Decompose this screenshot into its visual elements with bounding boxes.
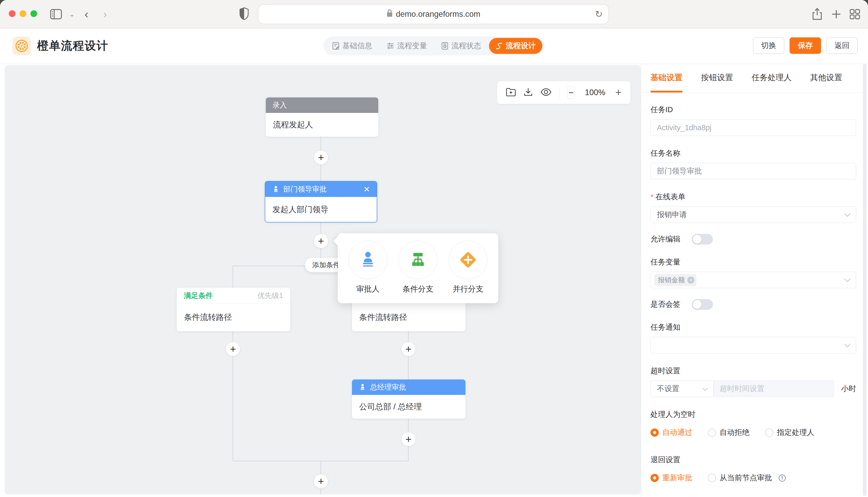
toolbar-divider — [559, 87, 560, 98]
task-variable-select[interactable]: 报销金额 ✕ — [650, 272, 856, 288]
allow-edit-toggle[interactable] — [692, 234, 713, 245]
add-node-button[interactable]: + — [314, 150, 328, 165]
chevron-down-icon — [844, 211, 851, 219]
sidebar-icon[interactable] — [49, 7, 64, 22]
radio-auto-pass[interactable]: 自动通过 — [650, 427, 692, 438]
tab-overview-icon[interactable] — [848, 7, 862, 22]
node-dept-approval[interactable]: 部门领导审批 ✕ 发起人部门领导 — [265, 181, 377, 223]
empty-handler-label: 处理人为空时 — [650, 409, 856, 420]
save-button[interactable]: 保存 — [789, 38, 821, 54]
chevron-down-icon — [844, 276, 851, 284]
remove-tag-icon[interactable]: ✕ — [687, 276, 694, 284]
share-icon[interactable] — [810, 7, 825, 22]
tab-basic-settings[interactable]: 基础设置 — [650, 63, 683, 92]
popup-item-condition-branch[interactable]: 条件分支 — [399, 241, 437, 294]
forward-button[interactable]: › — [98, 7, 112, 22]
radio-dot — [765, 428, 773, 437]
parallel-branch-circle[interactable] — [449, 241, 487, 279]
privacy-shield-icon[interactable] — [239, 7, 249, 21]
condition-branch-icon — [409, 251, 427, 269]
preview-eye-icon[interactable] — [540, 88, 551, 97]
header-nav: 基础信息 流程变量 流程状态 流程设计 — [323, 36, 545, 55]
download-icon[interactable] — [524, 87, 533, 98]
radio-from-current-node[interactable]: 从当前节点审批! — [708, 473, 786, 483]
form-info-icon — [332, 42, 339, 50]
radio-dot — [708, 428, 716, 437]
zoom-window-button[interactable] — [30, 10, 37, 17]
panel-scrollbar[interactable] — [863, 64, 866, 496]
tab-task-assignee[interactable]: 任务处理人 — [752, 63, 791, 92]
flow-canvas[interactable]: 录入 流程发起人 + 部门领导审批 ✕ 发起人部门领导 + 添加条件 满足条件 — [5, 65, 641, 494]
tab-button-settings[interactable]: 按钮设置 — [701, 63, 733, 92]
new-tab-icon[interactable] — [829, 7, 844, 22]
variable-tag: 报销金额 ✕ — [655, 274, 697, 286]
add-node-button[interactable]: + — [314, 234, 328, 248]
node-gm-body: 公司总部 / 总经理 — [359, 401, 422, 412]
node-gm-approval[interactable]: 总经理审批 公司总部 / 总经理 — [352, 380, 466, 418]
task-id-label: 任务ID — [650, 105, 856, 115]
close-window-button[interactable] — [9, 10, 15, 17]
approver-option-circle[interactable] — [348, 241, 387, 279]
timeout-value-input[interactable]: 超时时间设置 — [714, 381, 834, 397]
priority-label: 优先级1 — [257, 291, 283, 301]
condition-met-label: 满足条件 — [184, 291, 213, 301]
panel-tabs: 基础设置 按钮设置 任务处理人 其他设置 — [641, 63, 868, 92]
popup-item-parallel-branch[interactable]: 并行分支 — [449, 241, 487, 294]
chevron-down-icon[interactable]: ⌄ — [69, 10, 75, 18]
radio-assign-handler[interactable]: 指定处理人 — [765, 427, 814, 438]
popup-item-approver[interactable]: 审批人 — [348, 241, 387, 294]
tab-other-settings[interactable]: 其他设置 — [810, 63, 842, 92]
app-header: 橙单流程设计 基础信息 流程变量 流程状态 流程设计 切换 保存 返回 — [0, 28, 868, 63]
condition-branch-circle[interactable] — [399, 241, 437, 279]
back-button-app[interactable]: 返回 — [826, 38, 858, 54]
add-node-button[interactable]: + — [226, 342, 240, 356]
reload-icon[interactable]: ↻ — [595, 9, 603, 19]
zoom-out-button[interactable]: − — [567, 86, 575, 99]
allow-edit-row: 允许编辑 — [650, 234, 856, 245]
tab-basic-info[interactable]: 基础信息 — [326, 38, 379, 54]
online-form-select[interactable]: 报销申请 — [650, 207, 856, 223]
task-notify-select[interactable] — [650, 337, 856, 353]
page-title: 橙单流程设计 — [37, 28, 108, 63]
approver-icon — [272, 185, 280, 193]
required-asterisk: * — [650, 193, 653, 201]
tab-process-design[interactable]: 流程设计 — [489, 38, 542, 54]
toggle-knob — [693, 300, 702, 309]
add-node-button[interactable]: + — [314, 474, 328, 488]
countersign-row: 是否会签 — [650, 299, 856, 310]
zoom-in-button[interactable]: + — [615, 86, 622, 99]
switch-button[interactable]: 切换 — [753, 38, 784, 54]
countersign-label: 是否会签 — [650, 299, 680, 310]
lock-icon — [387, 9, 393, 19]
popup-item-label: 审批人 — [356, 284, 380, 294]
back-button[interactable]: ‹ — [79, 7, 94, 22]
add-node-button[interactable]: + — [401, 342, 416, 356]
approver-icon — [359, 383, 367, 391]
radio-auto-reject[interactable]: 自动拒绝 — [708, 427, 749, 438]
tab-process-status[interactable]: 流程状态 — [435, 38, 488, 54]
timeout-mode-select[interactable]: 不设置 — [650, 381, 714, 397]
task-notify-label: 任务通知 — [650, 322, 856, 332]
allow-edit-label: 允许编辑 — [650, 234, 680, 244]
approver-stamp-icon — [359, 251, 377, 269]
timeout-label: 超时设置 — [650, 366, 856, 376]
task-name-label: 任务名称 — [650, 148, 856, 158]
open-file-icon[interactable] — [506, 88, 516, 97]
minimize-window-button[interactable] — [19, 10, 26, 17]
connector-line — [233, 266, 233, 288]
countersign-toggle[interactable] — [692, 299, 713, 310]
address-bar[interactable]: demo.orangeforms.com ↻ — [258, 4, 609, 24]
tab-process-variables[interactable]: 流程变量 — [380, 38, 434, 54]
task-id-input[interactable]: Activity_1dha8pj — [650, 119, 856, 136]
radio-re-approve[interactable]: 重新审批 — [650, 473, 692, 483]
toggle-knob — [693, 235, 702, 244]
node-start[interactable]: 录入 流程发起人 — [266, 97, 378, 137]
radio-dot — [650, 474, 659, 482]
add-node-button[interactable]: + — [401, 432, 416, 446]
timeout-row: 不设置 超时时间设置 小时 — [650, 381, 856, 397]
chevron-down-icon — [844, 341, 851, 350]
radio-dot — [708, 474, 716, 482]
task-name-input[interactable]: 部门领导审批 — [650, 163, 856, 180]
delete-node-icon[interactable]: ✕ — [363, 185, 370, 194]
node-condition-left[interactable]: 满足条件 优先级1 条件流转路径 — [177, 288, 290, 331]
